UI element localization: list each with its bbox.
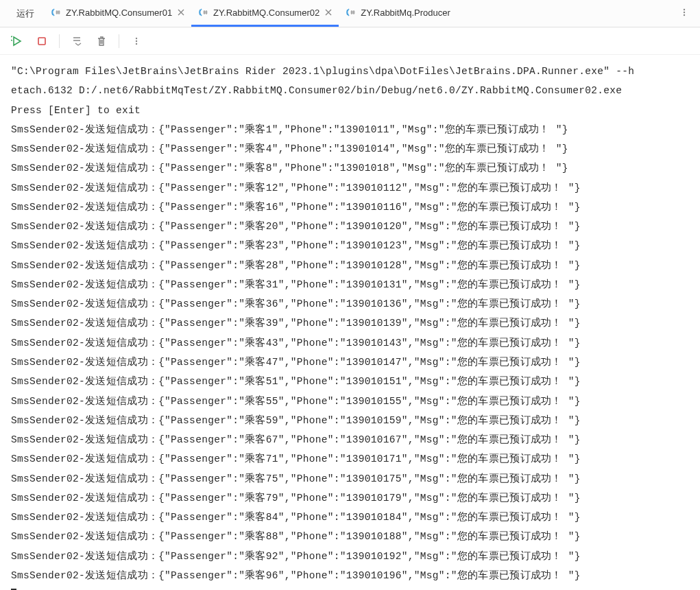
- console-line: SmsSender02-发送短信成功：{"Passenger":"乘客4","P…: [11, 139, 689, 158]
- tabs-bar: 运行 ZY.RabbitMQ.Consumer01 ZY.RabbitMQ.Co…: [0, 0, 700, 27]
- close-icon[interactable]: [325, 9, 332, 16]
- console-line: SmsSender02-发送短信成功：{"Passenger":"乘客75","…: [11, 469, 689, 488]
- console-line: SmsSender02-发送短信成功：{"Passenger":"乘客16","…: [11, 198, 689, 217]
- tab-consumer01[interactable]: ZY.RabbitMQ.Consumer01: [44, 0, 191, 27]
- run-label: 运行: [7, 8, 44, 20]
- svg-point-6: [136, 43, 137, 44]
- csharp-icon: [346, 7, 357, 18]
- console-line: SmsSender02-发送短信成功：{"Passenger":"乘客1","P…: [11, 120, 689, 139]
- tab-label: ZY.RabbitMq.Producer: [361, 8, 450, 18]
- console-line: "C:\Program Files\JetBrains\JetBrains Ri…: [11, 62, 689, 81]
- more-icon[interactable]: [129, 34, 144, 49]
- tab-consumer02[interactable]: ZY.RabbitMQ.Consumer02: [191, 0, 339, 27]
- trash-icon[interactable]: [94, 34, 109, 49]
- tab-producer[interactable]: ZY.RabbitMq.Producer: [339, 0, 457, 27]
- console-line: SmsSender02-发送短信成功：{"Passenger":"乘客36","…: [11, 294, 689, 314]
- svg-rect-3: [38, 38, 45, 45]
- csharp-icon: [198, 7, 209, 18]
- console-line: SmsSender02-发送短信成功：{"Passenger":"乘客71","…: [11, 449, 689, 469]
- tab-label: ZY.RabbitMQ.Consumer01: [66, 8, 172, 18]
- console-line: SmsSender02-发送短信成功：{"Passenger":"乘客23","…: [11, 236, 689, 255]
- divider: [59, 34, 60, 48]
- console-line: SmsSender02-发送短信成功：{"Passenger":"乘客84","…: [11, 508, 689, 527]
- scroll-end-icon[interactable]: [69, 34, 84, 49]
- console-line: SmsSender02-发送短信成功：{"Passenger":"乘客79","…: [11, 488, 689, 508]
- toolbar: [0, 27, 700, 55]
- console-line: SmsSender02-发送短信成功：{"Passenger":"乘客31","…: [11, 275, 689, 294]
- svg-point-4: [136, 37, 137, 38]
- stop-icon[interactable]: [34, 34, 49, 49]
- svg-point-2: [684, 14, 685, 15]
- csharp-icon: [51, 7, 62, 18]
- console-line: SmsSender02-发送短信成功：{"Passenger":"乘客39","…: [11, 314, 689, 333]
- console-line: SmsSender02-发送短信成功：{"Passenger":"乘客28","…: [11, 256, 689, 275]
- console-line: SmsSender02-发送短信成功：{"Passenger":"乘客12","…: [11, 178, 689, 198]
- svg-point-0: [684, 8, 685, 10]
- divider: [119, 34, 119, 48]
- rerun-icon[interactable]: [10, 34, 25, 49]
- tab-label: ZY.RabbitMQ.Consumer02: [213, 8, 319, 18]
- console-line: SmsSender02-发送短信成功：{"Passenger":"乘客59","…: [11, 411, 689, 430]
- close-icon[interactable]: [178, 9, 184, 16]
- console-line: SmsSender02-发送短信成功：{"Passenger":"乘客96","…: [11, 566, 689, 585]
- console-line: SmsSender02-发送短信成功：{"Passenger":"乘客67","…: [11, 430, 689, 449]
- console-line: SmsSender02-发送短信成功：{"Passenger":"乘客47","…: [11, 353, 689, 372]
- console-line: SmsSender02-发送短信成功：{"Passenger":"乘客8","P…: [11, 158, 689, 178]
- console-line: SmsSender02-发送短信成功：{"Passenger":"乘客51","…: [11, 372, 689, 391]
- more-menu-icon[interactable]: [675, 3, 693, 24]
- console-line: SmsSender02-发送短信成功：{"Passenger":"乘客20","…: [11, 217, 689, 236]
- console-line: SmsSender02-发送短信成功：{"Passenger":"乘客43","…: [11, 333, 689, 353]
- console-line: Press [Enter] to exit: [11, 101, 689, 120]
- console-line: etach.6132 D:/.net6/RabbitMqTest/ZY.Rabb…: [11, 81, 689, 100]
- console-output[interactable]: "C:\Program Files\JetBrains\JetBrains Ri…: [0, 55, 700, 590]
- console-line: SmsSender02-发送短信成功：{"Passenger":"乘客55","…: [11, 392, 689, 411]
- svg-point-5: [136, 40, 137, 41]
- svg-point-1: [684, 11, 685, 12]
- console-line: SmsSender02-发送短信成功：{"Passenger":"乘客88","…: [11, 527, 689, 546]
- console-line: SmsSender02-发送短信成功：{"Passenger":"乘客92","…: [11, 547, 689, 566]
